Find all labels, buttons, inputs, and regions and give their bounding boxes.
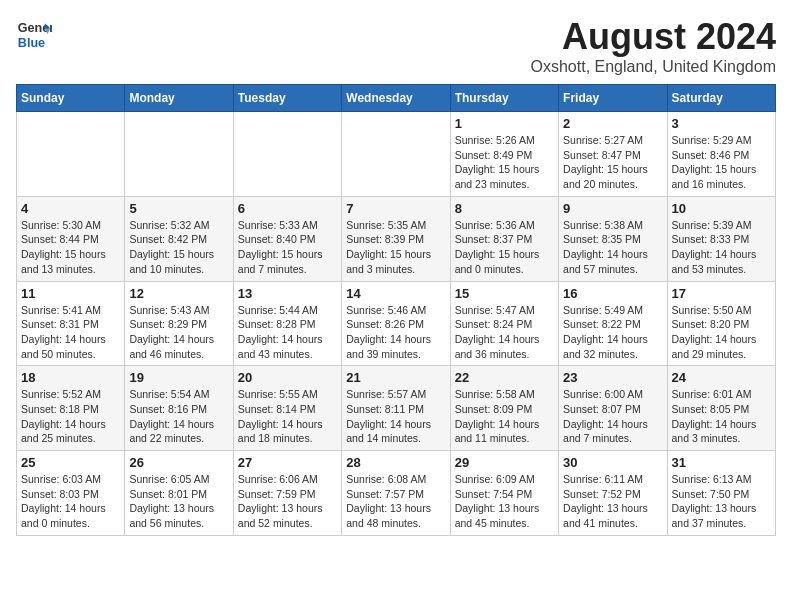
day-number: 23 (563, 370, 662, 385)
calendar-cell (233, 112, 341, 197)
calendar-cell: 15Sunrise: 5:47 AM Sunset: 8:24 PM Dayli… (450, 281, 558, 366)
day-info: Sunrise: 5:52 AM Sunset: 8:18 PM Dayligh… (21, 387, 120, 446)
weekday-header-thursday: Thursday (450, 85, 558, 112)
calendar-cell: 14Sunrise: 5:46 AM Sunset: 8:26 PM Dayli… (342, 281, 450, 366)
day-number: 1 (455, 116, 554, 131)
day-info: Sunrise: 6:00 AM Sunset: 8:07 PM Dayligh… (563, 387, 662, 446)
day-number: 8 (455, 201, 554, 216)
day-info: Sunrise: 5:27 AM Sunset: 8:47 PM Dayligh… (563, 133, 662, 192)
calendar-cell: 23Sunrise: 6:00 AM Sunset: 8:07 PM Dayli… (559, 366, 667, 451)
calendar-cell: 2Sunrise: 5:27 AM Sunset: 8:47 PM Daylig… (559, 112, 667, 197)
page-subtitle: Oxshott, England, United Kingdom (531, 58, 776, 76)
weekday-header-wednesday: Wednesday (342, 85, 450, 112)
day-info: Sunrise: 5:26 AM Sunset: 8:49 PM Dayligh… (455, 133, 554, 192)
day-number: 17 (672, 286, 771, 301)
day-number: 29 (455, 455, 554, 470)
calendar-cell: 26Sunrise: 6:05 AM Sunset: 8:01 PM Dayli… (125, 451, 233, 536)
calendar-cell (342, 112, 450, 197)
day-info: Sunrise: 5:38 AM Sunset: 8:35 PM Dayligh… (563, 218, 662, 277)
page-title: August 2024 (531, 16, 776, 58)
day-info: Sunrise: 6:06 AM Sunset: 7:59 PM Dayligh… (238, 472, 337, 531)
day-number: 27 (238, 455, 337, 470)
calendar-week-4: 18Sunrise: 5:52 AM Sunset: 8:18 PM Dayli… (17, 366, 776, 451)
day-info: Sunrise: 5:54 AM Sunset: 8:16 PM Dayligh… (129, 387, 228, 446)
calendar-cell: 19Sunrise: 5:54 AM Sunset: 8:16 PM Dayli… (125, 366, 233, 451)
day-number: 6 (238, 201, 337, 216)
day-number: 12 (129, 286, 228, 301)
weekday-header-monday: Monday (125, 85, 233, 112)
calendar-cell (17, 112, 125, 197)
day-number: 16 (563, 286, 662, 301)
weekday-header-sunday: Sunday (17, 85, 125, 112)
day-info: Sunrise: 5:29 AM Sunset: 8:46 PM Dayligh… (672, 133, 771, 192)
calendar-cell: 22Sunrise: 5:58 AM Sunset: 8:09 PM Dayli… (450, 366, 558, 451)
day-number: 15 (455, 286, 554, 301)
day-info: Sunrise: 5:58 AM Sunset: 8:09 PM Dayligh… (455, 387, 554, 446)
day-info: Sunrise: 5:46 AM Sunset: 8:26 PM Dayligh… (346, 303, 445, 362)
title-block: August 2024 Oxshott, England, United Kin… (531, 16, 776, 76)
day-info: Sunrise: 6:13 AM Sunset: 7:50 PM Dayligh… (672, 472, 771, 531)
calendar-cell: 18Sunrise: 5:52 AM Sunset: 8:18 PM Dayli… (17, 366, 125, 451)
calendar-week-3: 11Sunrise: 5:41 AM Sunset: 8:31 PM Dayli… (17, 281, 776, 366)
calendar-cell: 21Sunrise: 5:57 AM Sunset: 8:11 PM Dayli… (342, 366, 450, 451)
calendar-cell: 30Sunrise: 6:11 AM Sunset: 7:52 PM Dayli… (559, 451, 667, 536)
calendar-cell: 5Sunrise: 5:32 AM Sunset: 8:42 PM Daylig… (125, 196, 233, 281)
calendar-cell: 10Sunrise: 5:39 AM Sunset: 8:33 PM Dayli… (667, 196, 775, 281)
day-number: 18 (21, 370, 120, 385)
day-number: 10 (672, 201, 771, 216)
calendar-cell (125, 112, 233, 197)
calendar-week-5: 25Sunrise: 6:03 AM Sunset: 8:03 PM Dayli… (17, 451, 776, 536)
day-number: 4 (21, 201, 120, 216)
logo-icon: General Blue (16, 16, 52, 52)
calendar-cell: 29Sunrise: 6:09 AM Sunset: 7:54 PM Dayli… (450, 451, 558, 536)
day-number: 20 (238, 370, 337, 385)
calendar-week-1: 1Sunrise: 5:26 AM Sunset: 8:49 PM Daylig… (17, 112, 776, 197)
day-info: Sunrise: 5:39 AM Sunset: 8:33 PM Dayligh… (672, 218, 771, 277)
calendar-cell: 25Sunrise: 6:03 AM Sunset: 8:03 PM Dayli… (17, 451, 125, 536)
calendar-cell: 3Sunrise: 5:29 AM Sunset: 8:46 PM Daylig… (667, 112, 775, 197)
day-number: 28 (346, 455, 445, 470)
calendar-cell: 4Sunrise: 5:30 AM Sunset: 8:44 PM Daylig… (17, 196, 125, 281)
day-info: Sunrise: 5:30 AM Sunset: 8:44 PM Dayligh… (21, 218, 120, 277)
day-info: Sunrise: 5:33 AM Sunset: 8:40 PM Dayligh… (238, 218, 337, 277)
day-number: 3 (672, 116, 771, 131)
weekday-header-saturday: Saturday (667, 85, 775, 112)
day-info: Sunrise: 5:57 AM Sunset: 8:11 PM Dayligh… (346, 387, 445, 446)
page-header: General Blue August 2024 Oxshott, Englan… (16, 16, 776, 76)
day-info: Sunrise: 6:03 AM Sunset: 8:03 PM Dayligh… (21, 472, 120, 531)
day-info: Sunrise: 6:11 AM Sunset: 7:52 PM Dayligh… (563, 472, 662, 531)
day-info: Sunrise: 5:43 AM Sunset: 8:29 PM Dayligh… (129, 303, 228, 362)
day-info: Sunrise: 6:05 AM Sunset: 8:01 PM Dayligh… (129, 472, 228, 531)
calendar-cell: 17Sunrise: 5:50 AM Sunset: 8:20 PM Dayli… (667, 281, 775, 366)
calendar-table: SundayMondayTuesdayWednesdayThursdayFrid… (16, 84, 776, 536)
day-number: 9 (563, 201, 662, 216)
calendar-cell: 24Sunrise: 6:01 AM Sunset: 8:05 PM Dayli… (667, 366, 775, 451)
weekday-header-row: SundayMondayTuesdayWednesdayThursdayFrid… (17, 85, 776, 112)
day-info: Sunrise: 5:41 AM Sunset: 8:31 PM Dayligh… (21, 303, 120, 362)
day-number: 31 (672, 455, 771, 470)
calendar-cell: 20Sunrise: 5:55 AM Sunset: 8:14 PM Dayli… (233, 366, 341, 451)
day-info: Sunrise: 6:09 AM Sunset: 7:54 PM Dayligh… (455, 472, 554, 531)
calendar-cell: 27Sunrise: 6:06 AM Sunset: 7:59 PM Dayli… (233, 451, 341, 536)
weekday-header-tuesday: Tuesday (233, 85, 341, 112)
day-number: 7 (346, 201, 445, 216)
day-info: Sunrise: 5:50 AM Sunset: 8:20 PM Dayligh… (672, 303, 771, 362)
day-info: Sunrise: 5:32 AM Sunset: 8:42 PM Dayligh… (129, 218, 228, 277)
calendar-week-2: 4Sunrise: 5:30 AM Sunset: 8:44 PM Daylig… (17, 196, 776, 281)
day-info: Sunrise: 5:55 AM Sunset: 8:14 PM Dayligh… (238, 387, 337, 446)
day-info: Sunrise: 5:36 AM Sunset: 8:37 PM Dayligh… (455, 218, 554, 277)
calendar-cell: 1Sunrise: 5:26 AM Sunset: 8:49 PM Daylig… (450, 112, 558, 197)
day-number: 25 (21, 455, 120, 470)
day-number: 5 (129, 201, 228, 216)
day-number: 11 (21, 286, 120, 301)
calendar-cell: 8Sunrise: 5:36 AM Sunset: 8:37 PM Daylig… (450, 196, 558, 281)
calendar-cell: 16Sunrise: 5:49 AM Sunset: 8:22 PM Dayli… (559, 281, 667, 366)
day-info: Sunrise: 5:44 AM Sunset: 8:28 PM Dayligh… (238, 303, 337, 362)
day-number: 30 (563, 455, 662, 470)
day-number: 21 (346, 370, 445, 385)
day-number: 19 (129, 370, 228, 385)
day-info: Sunrise: 6:01 AM Sunset: 8:05 PM Dayligh… (672, 387, 771, 446)
day-number: 26 (129, 455, 228, 470)
day-info: Sunrise: 5:47 AM Sunset: 8:24 PM Dayligh… (455, 303, 554, 362)
weekday-header-friday: Friday (559, 85, 667, 112)
